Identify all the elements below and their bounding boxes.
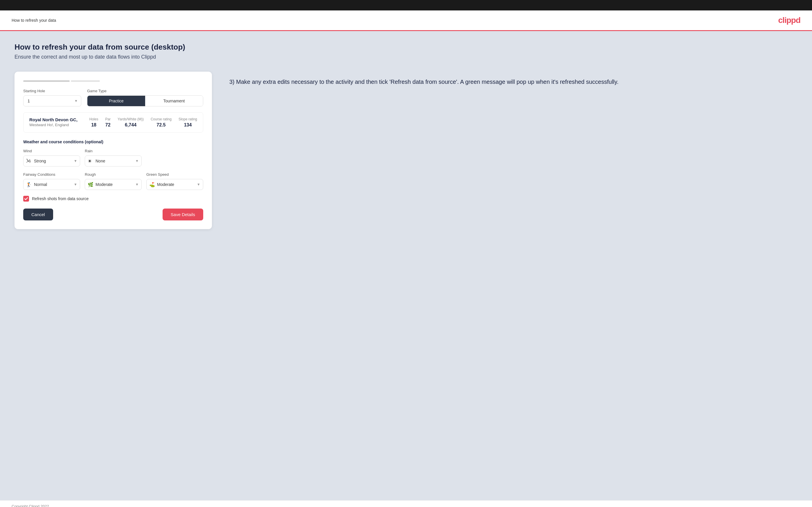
rain-select-wrapper: ☀ None Light Heavy ▼ bbox=[85, 156, 142, 167]
rough-select-wrapper: 🌿 Moderate Light Heavy ▼ bbox=[85, 179, 142, 190]
yards-stat: Yards/White (M)) 6,744 bbox=[117, 117, 144, 128]
page-title: How to refresh your data from source (de… bbox=[14, 43, 798, 52]
holes-stat: Holes 18 bbox=[89, 117, 98, 128]
course-name: Royal North Devon GC, bbox=[29, 117, 81, 122]
starting-hole-select-wrapper: 1 10 ▼ bbox=[23, 96, 81, 106]
tournament-button[interactable]: Tournament bbox=[145, 96, 203, 106]
yards-value: 6,744 bbox=[117, 122, 144, 128]
rain-label: Rain bbox=[85, 149, 142, 153]
page-subtitle: Ensure the correct and most up to date d… bbox=[14, 54, 798, 60]
slope-rating-value: 134 bbox=[179, 122, 197, 128]
slope-rating-stat: Slope rating 134 bbox=[179, 117, 197, 128]
game-type-group: Game Type Practice Tournament bbox=[87, 89, 203, 106]
green-speed-select[interactable]: Moderate Fast Slow bbox=[146, 179, 203, 190]
tab-hint-1 bbox=[23, 80, 70, 82]
checkmark-icon bbox=[24, 197, 28, 201]
starting-hole-label: Starting Hole bbox=[23, 89, 81, 93]
fairway-label: Fairway Conditions bbox=[23, 172, 80, 177]
green-speed-select-wrapper: ⛳ Moderate Fast Slow ▼ bbox=[146, 179, 203, 190]
refresh-checkbox-row: Refresh shots from data source bbox=[23, 196, 203, 202]
wind-group: Wind 🌬 Strong None Light Moderate ▼ bbox=[23, 149, 80, 167]
content-area: Starting Hole 1 10 ▼ Game Type Practice … bbox=[14, 72, 798, 229]
par-label: Par bbox=[105, 117, 111, 121]
course-rating-value: 72.5 bbox=[151, 122, 171, 128]
main-content: How to refresh your data from source (de… bbox=[0, 31, 812, 500]
course-rating-label: Course rating bbox=[151, 117, 171, 121]
game-type-buttons: Practice Tournament bbox=[87, 96, 203, 106]
rough-select[interactable]: Moderate Light Heavy bbox=[85, 179, 142, 190]
par-value: 72 bbox=[105, 122, 111, 128]
starting-hole-group: Starting Hole 1 10 ▼ bbox=[23, 89, 81, 106]
rough-label: Rough bbox=[85, 172, 142, 177]
form-card: Starting Hole 1 10 ▼ Game Type Practice … bbox=[14, 72, 212, 229]
slope-rating-label: Slope rating bbox=[179, 117, 197, 121]
copyright-text: Copyright Clippd 2022 bbox=[12, 504, 49, 507]
course-rating-stat: Course rating 72.5 bbox=[151, 117, 171, 128]
course-location: Westward Ho!, England bbox=[29, 123, 81, 127]
wind-label: Wind bbox=[23, 149, 80, 153]
tab-hints bbox=[23, 80, 203, 82]
wind-select-wrapper: 🌬 Strong None Light Moderate ▼ bbox=[23, 156, 80, 167]
green-speed-label: Green Speed bbox=[146, 172, 203, 177]
footer: Copyright Clippd 2022 bbox=[0, 500, 812, 507]
rain-select[interactable]: None Light Heavy bbox=[85, 156, 142, 167]
rain-group: Rain ☀ None Light Heavy ▼ bbox=[85, 149, 142, 167]
course-stats: Holes 18 Par 72 Yards/White (M)) 6,744 bbox=[89, 117, 197, 128]
cancel-button[interactable]: Cancel bbox=[23, 209, 53, 220]
tab-hint-2 bbox=[71, 80, 100, 82]
top-bar bbox=[0, 0, 812, 10]
holes-value: 18 bbox=[89, 122, 98, 128]
header-title: How to refresh your data bbox=[12, 18, 56, 22]
fairway-select[interactable]: Normal Soft Firm bbox=[23, 179, 80, 190]
holes-label: Holes bbox=[89, 117, 98, 121]
yards-label: Yards/White (M)) bbox=[117, 117, 144, 121]
course-info-box: Royal North Devon GC, Westward Ho!, Engl… bbox=[23, 112, 203, 132]
conditions-title: Weather and course conditions (optional) bbox=[23, 139, 203, 144]
game-type-label: Game Type bbox=[87, 89, 203, 93]
fairway-select-wrapper: 🏌 Normal Soft Firm ▼ bbox=[23, 179, 80, 190]
refresh-checkbox[interactable] bbox=[23, 196, 29, 202]
course-name-section: Royal North Devon GC, Westward Ho!, Engl… bbox=[29, 117, 81, 127]
par-stat: Par 72 bbox=[105, 117, 111, 128]
header: How to refresh your data clippd bbox=[0, 10, 812, 31]
wind-rain-row: Wind 🌬 Strong None Light Moderate ▼ Rain bbox=[23, 149, 203, 167]
conditions-row-2: Fairway Conditions 🏌 Normal Soft Firm ▼ … bbox=[23, 172, 203, 190]
wind-select[interactable]: Strong None Light Moderate bbox=[23, 156, 80, 167]
green-speed-group: Green Speed ⛳ Moderate Fast Slow ▼ bbox=[146, 172, 203, 190]
course-info-top: Royal North Devon GC, Westward Ho!, Engl… bbox=[29, 117, 197, 128]
description-panel: 3) Make any extra edits necessary to the… bbox=[230, 72, 798, 87]
description-text: 3) Make any extra edits necessary to the… bbox=[230, 77, 798, 87]
refresh-label: Refresh shots from data source bbox=[32, 196, 89, 201]
rough-group: Rough 🌿 Moderate Light Heavy ▼ bbox=[85, 172, 142, 190]
form-actions: Cancel Save Details bbox=[23, 209, 203, 220]
starting-hole-select[interactable]: 1 10 bbox=[23, 96, 81, 106]
logo: clippd bbox=[778, 16, 800, 25]
fairway-group: Fairway Conditions 🏌 Normal Soft Firm ▼ bbox=[23, 172, 80, 190]
save-button[interactable]: Save Details bbox=[163, 209, 203, 220]
top-form-row: Starting Hole 1 10 ▼ Game Type Practice … bbox=[23, 89, 203, 106]
practice-button[interactable]: Practice bbox=[87, 96, 145, 106]
